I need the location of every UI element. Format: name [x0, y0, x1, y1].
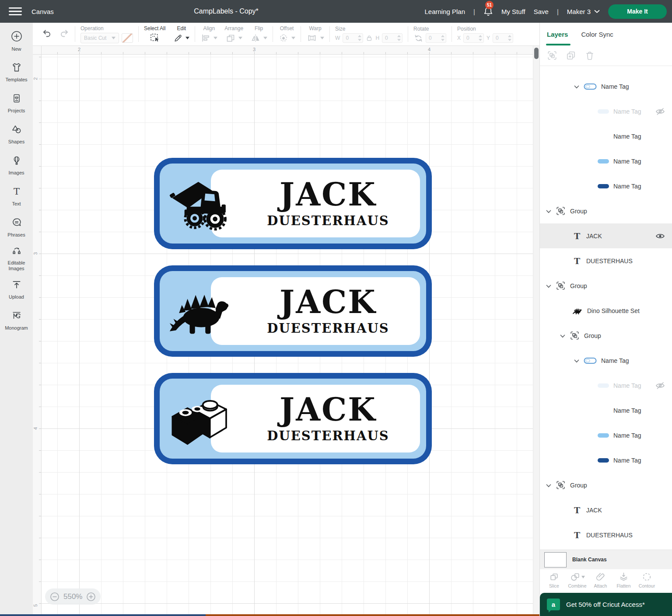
sidebar-item-monogram[interactable]: Monogram [0, 305, 33, 336]
sidebar-item-projects[interactable]: Projects [0, 87, 33, 118]
make-it-button[interactable]: Make It [608, 4, 667, 19]
sidebar-item-shapes[interactable]: Shapes [0, 118, 33, 150]
size-group: Size W 0 H 0 [335, 26, 402, 43]
chevron-down-icon[interactable] [546, 208, 551, 215]
layer-row[interactable]: TJACK [540, 498, 672, 522]
layer-row[interactable]: TDUESTERHAUS [540, 248, 672, 273]
my-stuff-link[interactable]: My Stuff [501, 8, 525, 15]
layer-row[interactable]: Name Tag [540, 174, 672, 198]
project-title: CampLabels - Copy* [194, 7, 259, 15]
name-tag-label[interactable]: JACKDUESTERHAUS [154, 373, 432, 464]
monogram-icon [10, 310, 23, 323]
hidden-icon[interactable] [655, 382, 665, 390]
name-tag-label[interactable]: JACKDUESTERHAUS [154, 265, 432, 357]
sidebar-item-text[interactable]: TText [0, 181, 33, 212]
layer-row[interactable]: Name Tag [540, 149, 672, 174]
layer-row[interactable]: TJACK [540, 223, 672, 248]
zoom-out-icon[interactable] [50, 592, 60, 602]
sidebar-item-phrases[interactable]: Phrases [0, 212, 33, 243]
layer-row[interactable]: Dino Silhouette Set [540, 298, 672, 323]
align-button[interactable]: Align [200, 25, 217, 43]
zoom-in-icon[interactable] [86, 592, 96, 602]
chevron-down-icon [238, 37, 242, 39]
cricut-access-banner[interactable]: a Get 50% off Cricut Access* [540, 593, 672, 616]
templates-icon [11, 62, 22, 75]
layer-row[interactable]: Name Tag [540, 124, 672, 149]
menu-icon[interactable] [9, 7, 22, 16]
canvas-breadcrumb[interactable]: Canvas [32, 8, 54, 15]
chevron-down-icon[interactable] [574, 357, 579, 364]
delete-button-icon[interactable] [584, 50, 595, 61]
layer-row[interactable]: Name Tag [540, 423, 672, 448]
chevron-down-icon[interactable] [546, 282, 551, 289]
name-line2: DUESTERHAUS [267, 213, 389, 228]
arrange-button[interactable]: Arrange [224, 25, 243, 43]
position-y-input[interactable]: 0 [493, 33, 513, 43]
color-swatch-button[interactable] [122, 33, 133, 43]
sidebar-item-editable-images[interactable]: Editable Images [0, 243, 33, 274]
combine-icon [570, 572, 585, 582]
height-input[interactable]: 0 [382, 33, 402, 43]
layer-row[interactable]: Name Tag [540, 74, 672, 99]
layer-label: Name Tag [613, 407, 641, 414]
sidebar-item-images[interactable]: Images [0, 150, 33, 181]
position-x-input[interactable]: 0 [463, 33, 484, 43]
notifications-button[interactable]: 51 [483, 6, 493, 17]
visible-icon[interactable] [655, 233, 665, 240]
edit-button[interactable]: Edit [173, 25, 189, 43]
stepper-icon [479, 35, 482, 41]
save-link[interactable]: Save [534, 8, 549, 15]
combine-button[interactable]: Combine [566, 572, 589, 588]
group-icon [556, 281, 566, 291]
undo-icon[interactable] [42, 28, 52, 40]
layer-row[interactable]: Name Tag [540, 448, 672, 473]
design-canvas[interactable]: 234 2345 JACKDUESTERHAUSJACKDUESTERHAUSJ… [33, 46, 539, 616]
select-all-button[interactable]: Select All [144, 25, 165, 43]
layer-row[interactable]: Group [540, 323, 672, 348]
sidebar-item-upload[interactable]: Upload [0, 274, 33, 305]
zoom-control: 550% [45, 588, 101, 605]
tab-color-sync[interactable]: Color Sync [581, 23, 613, 45]
canvas-scrollbar[interactable] [533, 46, 539, 616]
layer-row[interactable]: Name Tag [540, 373, 672, 398]
name-tag-inner: JACKDUESTERHAUS [160, 271, 426, 351]
learning-plan-link[interactable]: Learning Plan [424, 8, 465, 15]
layer-label: JACK [586, 233, 602, 240]
slice-button[interactable]: Slice [542, 572, 566, 588]
blank-canvas-row[interactable]: Blank Canvas [540, 550, 672, 569]
redo-icon[interactable] [59, 28, 70, 40]
name-tag-label[interactable]: JACKDUESTERHAUS [154, 158, 432, 249]
chevron-down-icon[interactable] [546, 482, 551, 489]
layer-row[interactable]: Name Tag [540, 398, 672, 423]
name-line1: JACK [280, 394, 377, 425]
stepper-icon [508, 35, 511, 41]
sidebar-item-new[interactable]: New [0, 25, 33, 56]
chevron-down-icon[interactable] [574, 83, 579, 90]
flatten-button[interactable]: Flatten [612, 572, 635, 588]
machine-selector[interactable]: Maker 3 [567, 8, 600, 15]
sidebar-item-templates[interactable]: Templates [0, 56, 33, 87]
layer-row[interactable]: Group [540, 273, 672, 298]
ruler-number: 4 [428, 47, 430, 52]
operation-select[interactable]: Basic Cut [80, 33, 119, 43]
layer-row[interactable]: Name Tag [540, 348, 672, 373]
layer-row[interactable]: Name Tag [540, 99, 672, 124]
contour-button[interactable]: Contour [635, 572, 658, 588]
group-button-icon[interactable] [547, 50, 557, 61]
ruler-number: 5 [33, 604, 38, 607]
layer-row[interactable]: Group [540, 473, 672, 498]
chevron-down-icon[interactable] [560, 332, 565, 339]
layer-row[interactable]: TDUESTERHAUS [540, 522, 672, 547]
rotate-input[interactable]: 0 [426, 33, 446, 43]
warp-button[interactable]: Warp [306, 25, 324, 43]
scrollbar-thumb[interactable] [534, 48, 539, 59]
name-tag-text: JACKDUESTERHAUS [211, 385, 420, 452]
layer-row[interactable]: Group [540, 198, 672, 223]
hidden-icon[interactable] [655, 108, 665, 115]
width-input[interactable]: 0 [343, 33, 363, 43]
flip-button[interactable]: Flip [250, 25, 267, 43]
offset-button[interactable]: Offset [278, 25, 295, 43]
tab-layers[interactable]: Layers [547, 23, 568, 45]
duplicate-button-icon[interactable] [566, 50, 576, 61]
attach-button[interactable]: Attach [589, 572, 612, 588]
